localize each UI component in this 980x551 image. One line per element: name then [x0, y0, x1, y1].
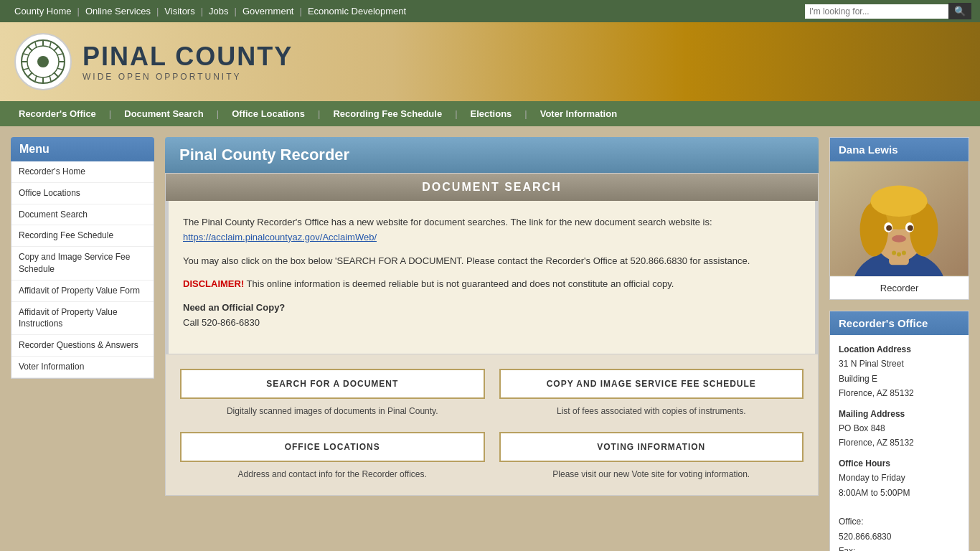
- need-copy-title: Need an Official Copy?: [183, 302, 285, 313]
- search-input[interactable]: [805, 4, 948, 19]
- svg-point-32: [892, 235, 906, 242]
- sidebar-item-affidavit-instructions[interactable]: Affidavit of Property Value Instructions: [11, 302, 154, 336]
- hours-label: Office Hours: [839, 456, 960, 471]
- sidebar-item-recorders-home[interactable]: Recorder's Home: [11, 161, 154, 183]
- top-nav-economic[interactable]: Economic Development: [302, 4, 412, 18]
- nav-voter-info[interactable]: Voter Information: [529, 101, 628, 126]
- doc-search-header: DOCUMENT SEARCH: [166, 174, 818, 201]
- sidebar-item-recording-fee[interactable]: Recording Fee Schedule: [11, 225, 154, 247]
- svg-line-14: [35, 75, 37, 81]
- office-locations-button[interactable]: OFFICE LOCATIONS: [180, 432, 485, 462]
- content-wrapper: Menu Recorder's Home Office Locations Do…: [0, 126, 980, 551]
- svg-line-17: [24, 68, 29, 70]
- main-nav: Recorder's Office | Document Search | Of…: [0, 101, 980, 126]
- sidebar-item-document-search[interactable]: Document Search: [11, 204, 154, 226]
- official-name: Dana Lewis: [830, 138, 969, 161]
- nav-office-locations[interactable]: Office Locations: [220, 101, 316, 126]
- sidebar-item-affidavit-form[interactable]: Affidavit of Property Value Form: [11, 281, 154, 302]
- svg-line-12: [57, 54, 62, 55]
- acclaim-link[interactable]: https://acclaim.pinalcountyaz.gov/Acclai…: [183, 232, 377, 242]
- intro-p1: The Pinal County Recorder's Office has a…: [183, 215, 801, 245]
- grid-item-search: SEARCH FOR A DOCUMENT Digitally scanned …: [180, 369, 485, 418]
- svg-point-18: [37, 56, 49, 67]
- disclaimer-label: DISCLAIMER!: [183, 278, 244, 289]
- sidebar-menu: Recorder's Home Office Locations Documen…: [11, 161, 154, 379]
- top-nav-jobs[interactable]: Jobs: [203, 4, 234, 18]
- logo-text: PINAL COUNTY WIDE OPEN OPPORTUNITY: [83, 42, 293, 82]
- org-tagline: WIDE OPEN OPPORTUNITY: [83, 72, 293, 82]
- sidebar: Menu Recorder's Home Office Locations Do…: [11, 137, 154, 551]
- sidebar-item-voter-info[interactable]: Voter Information: [11, 357, 154, 378]
- svg-line-10: [35, 42, 37, 48]
- mailing-city: Florence, AZ 85132: [839, 438, 914, 448]
- svg-point-34: [897, 253, 901, 257]
- top-nav-online-services[interactable]: Online Services: [80, 4, 156, 18]
- nav-recording-fee[interactable]: Recording Fee Schedule: [321, 101, 453, 126]
- logo-area: PINAL COUNTY WIDE OPEN OPPORTUNITY: [14, 33, 293, 90]
- search-doc-desc: Digitally scanned images of documents in…: [180, 405, 485, 418]
- top-bar: County Home | Online Services | Visitors…: [0, 0, 980, 22]
- disclaimer-text: This online information is deemed reliab…: [247, 278, 674, 289]
- hours-days: Monday to Friday: [839, 473, 905, 483]
- official-photo: [830, 161, 969, 276]
- grid-buttons: SEARCH FOR A DOCUMENT Digitally scanned …: [165, 354, 819, 496]
- voting-info-button[interactable]: VOTING INFORMATION: [499, 432, 804, 462]
- grid-item-fee: COPY AND IMAGE SERVICE FEE SCHEDULE List…: [499, 369, 804, 418]
- svg-line-8: [54, 47, 58, 51]
- need-copy-text: Call 520-866-6830: [183, 317, 260, 328]
- fee-schedule-desc: List of fees associated with copies of i…: [499, 405, 804, 418]
- intro-p2: You may also click on the box below 'SEA…: [183, 254, 801, 269]
- svg-point-33: [892, 251, 896, 255]
- search-button[interactable]: 🔍: [948, 3, 971, 19]
- sidebar-item-office-locations[interactable]: Office Locations: [11, 183, 154, 204]
- office-info: Recorder's Office Location Address 31 N …: [829, 311, 969, 551]
- hours-time: 8:00AM to 5:00PM: [839, 488, 910, 498]
- office-phone-label: Office:: [839, 517, 863, 527]
- need-copy-p: Need an Official Copy? Call 520-866-6830: [183, 301, 801, 331]
- logo-icon: [14, 33, 72, 90]
- sidebar-title: Menu: [11, 137, 154, 161]
- sidebar-item-qa[interactable]: Recorder Questions & Answers: [11, 335, 154, 357]
- office-info-body: Location Address 31 N Pinal Street Build…: [830, 335, 969, 551]
- svg-line-16: [24, 54, 29, 55]
- svg-line-15: [50, 75, 51, 81]
- site-header: PINAL COUNTY WIDE OPEN OPPORTUNITY: [0, 22, 980, 101]
- top-nav-visitors[interactable]: Visitors: [159, 4, 200, 18]
- nav-elections[interactable]: Elections: [459, 101, 524, 126]
- top-nav-county-home[interactable]: County Home: [9, 4, 77, 18]
- svg-point-27: [870, 185, 927, 217]
- svg-point-30: [886, 225, 892, 231]
- location-street: 31 N Pinal Street: [839, 359, 904, 369]
- main-content: Pinal County Recorder DOCUMENT SEARCH Th…: [165, 137, 819, 551]
- sidebar-item-copy-image[interactable]: Copy and Image Service Fee Schedule: [11, 247, 154, 281]
- voting-info-desc: Please visit our new Vote site for votin…: [499, 468, 804, 481]
- svg-point-31: [908, 225, 913, 231]
- svg-line-7: [54, 72, 58, 77]
- svg-line-11: [50, 42, 51, 48]
- svg-point-35: [902, 251, 906, 255]
- office-locations-desc: Address and contact info for the Recorde…: [180, 468, 485, 481]
- disclaimer-p: DISCLAIMER! This online information is d…: [183, 277, 801, 292]
- doc-search-section: DOCUMENT SEARCH The Pinal County Recorde…: [165, 173, 819, 354]
- fax-label: Fax:: [839, 546, 855, 551]
- nav-document-search[interactable]: Document Search: [113, 101, 215, 126]
- search-doc-button[interactable]: SEARCH FOR A DOCUMENT: [180, 369, 485, 399]
- top-nav: County Home | Online Services | Visitors…: [9, 4, 412, 18]
- page-title: Pinal County Recorder: [165, 137, 819, 173]
- location-city: Florence, AZ 85132: [839, 388, 914, 398]
- grid-item-voting: VOTING INFORMATION Please visit our new …: [499, 432, 804, 481]
- top-nav-government[interactable]: Government: [237, 4, 300, 18]
- svg-line-9: [28, 72, 32, 77]
- fee-schedule-button[interactable]: COPY AND IMAGE SERVICE FEE SCHEDULE: [499, 369, 804, 399]
- doc-search-body: The Pinal County Recorder's Office has a…: [166, 201, 818, 354]
- mailing-label: Mailing Address: [839, 407, 960, 421]
- svg-line-13: [57, 68, 62, 70]
- right-sidebar: Dana Lewis: [829, 137, 969, 551]
- office-phone: 520.866.6830: [839, 532, 891, 542]
- location-building: Building E: [839, 374, 877, 384]
- svg-line-6: [28, 47, 32, 51]
- location-label: Location Address: [839, 342, 960, 357]
- office-info-header: Recorder's Office: [830, 311, 969, 335]
- grid-item-locations: OFFICE LOCATIONS Address and contact inf…: [180, 432, 485, 481]
- nav-recorders-office[interactable]: Recorder's Office: [7, 101, 108, 126]
